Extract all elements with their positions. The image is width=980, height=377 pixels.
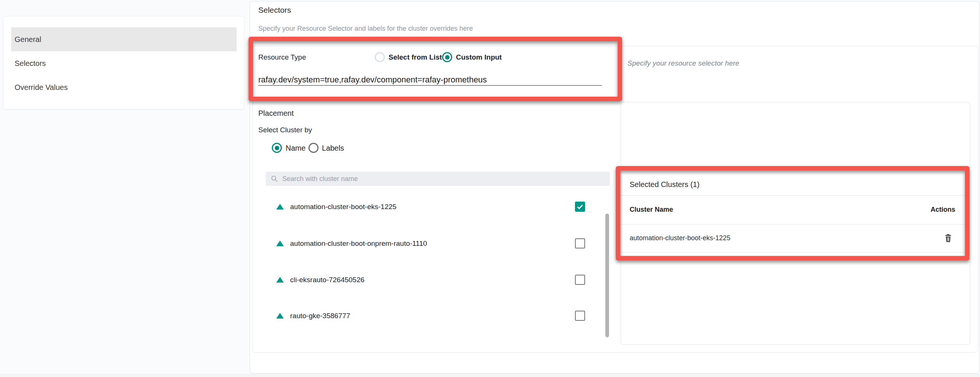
custom-input-radio[interactable] [442, 52, 452, 62]
column-header-cluster-name: Cluster Name [630, 206, 673, 214]
column-header-actions: Actions [931, 206, 955, 214]
page-bottom-strip [0, 374, 980, 377]
sidebar-item-general[interactable]: General [11, 27, 237, 51]
checkbox-check-icon [576, 202, 584, 211]
cluster-list-scrollbar[interactable] [605, 214, 609, 337]
resource-selector-helper-text: Specify your resource selector here [627, 59, 739, 67]
select-from-list-radio-label[interactable]: Select from List [388, 53, 442, 61]
select-by-labels-radio[interactable] [309, 143, 318, 153]
cluster-list-row: automation-cluster-boot-onprem-rauto-111… [276, 236, 585, 251]
select-from-list-radio[interactable] [375, 52, 385, 62]
cluster-list-row: automation-cluster-boot-eks-1225 [276, 200, 585, 214]
custom-input-radio-label[interactable]: Custom Input [456, 53, 502, 61]
cluster-triangle-icon [276, 241, 284, 246]
cluster-list-row: cli-eksrauto-726450526 [276, 272, 585, 288]
select-by-name-radio[interactable] [272, 143, 282, 153]
cluster-search-input[interactable] [282, 175, 590, 183]
divider [621, 195, 970, 196]
select-by-labels-radio-label[interactable]: Labels [322, 144, 344, 153]
cluster-checkbox-checked[interactable] [575, 201, 585, 212]
cluster-list-row: rauto-gke-3586777 [276, 308, 585, 323]
cluster-checkbox[interactable] [575, 311, 585, 321]
cluster-triangle-icon [276, 204, 284, 209]
select-cluster-by-label: Select Cluster by [258, 126, 312, 134]
cluster-name: automation-cluster-boot-onprem-rauto-111… [290, 240, 427, 248]
cluster-override-selectors-page: General Selectors Override Values Select… [0, 0, 980, 377]
sidebar-item-label: Override Values [14, 83, 68, 92]
sidebar-item-override-values[interactable]: Override Values [11, 75, 237, 99]
cluster-name: cli-eksrauto-726450526 [290, 276, 364, 284]
page-subtitle: Specify your Resource Selector and label… [258, 25, 473, 33]
search-icon [270, 175, 278, 182]
trash-icon[interactable] [943, 233, 953, 243]
page-title: Selectors [258, 6, 291, 14]
cluster-checkbox[interactable] [575, 238, 585, 248]
select-by-name-radio-label[interactable]: Name [286, 144, 305, 153]
resource-type-label: Resource Type [258, 53, 306, 61]
sidebar-item-label: Selectors [14, 59, 46, 68]
cluster-name: automation-cluster-boot-eks-1225 [290, 203, 396, 211]
cluster-checkbox[interactable] [575, 275, 585, 285]
divider [621, 224, 970, 224]
sidebar-item-selectors[interactable]: Selectors [11, 51, 237, 75]
settings-nav-sidebar: General Selectors Override Values [3, 16, 245, 109]
sidebar-item-label: General [14, 35, 41, 44]
divider [621, 252, 970, 252]
cluster-triangle-icon [276, 277, 284, 283]
cluster-name: rauto-gke-3586777 [290, 312, 350, 320]
cluster-triangle-icon [276, 313, 284, 318]
placement-title: Placement [258, 109, 294, 118]
selected-cluster-row-name: automation-cluster-boot-eks-1225 [630, 234, 730, 242]
resource-selector-input[interactable] [258, 73, 602, 86]
resource-selector-input-underline [258, 85, 602, 86]
selected-clusters-title: Selected Clusters (1) [630, 180, 700, 189]
cluster-search-bar [266, 172, 610, 186]
selected-clusters-card: Selected Clusters (1) Cluster Name Actio… [620, 102, 970, 345]
